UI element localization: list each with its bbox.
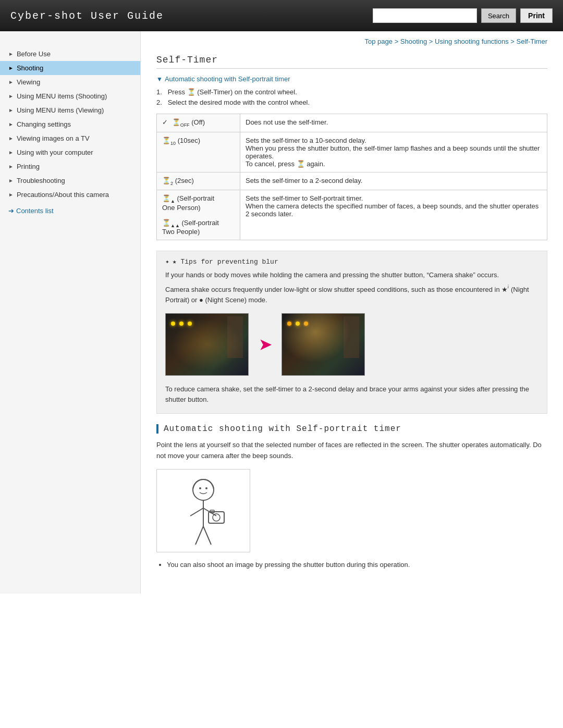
table-cell-desc: Sets the self-timer to a 10-second delay…	[240, 132, 547, 172]
table-cell-desc: Sets the self-timer to a 2-second delay.	[240, 172, 547, 190]
sidebar-label: Troubleshooting	[17, 177, 65, 184]
sidebar-label: Using MENU items (Viewing)	[17, 106, 104, 114]
light-dot	[171, 322, 175, 326]
timer2-icon: ⏳2 (2sec)	[162, 177, 194, 184]
step-2: 2. Select the desired mode with the cont…	[156, 98, 547, 106]
header: Cyber-shot User Guide Search Print	[0, 0, 563, 31]
sidebar-item-menu-viewing[interactable]: ► Using MENU items (Viewing)	[0, 103, 140, 117]
sharp-photo	[282, 313, 365, 376]
table-cell-icon: ⏳10 (10sec)	[157, 132, 240, 172]
sidebar-label: Using with your computer	[17, 149, 93, 156]
sidebar-item-shooting[interactable]: ► Shooting	[0, 61, 140, 75]
main-layout: ► Before Use ► Shooting ► Viewing ► Usin…	[0, 31, 563, 594]
tips-text3: To reduce camera shake, set the self-tim…	[165, 384, 538, 404]
arrow-icon: ►	[8, 178, 14, 183]
breadcrumb: Top page > Shooting > Using shooting fun…	[156, 31, 547, 50]
wall-shape	[344, 316, 359, 358]
svg-line-5	[203, 526, 211, 545]
table-cell-desc: Sets the self-timer to Self-portrait tim…	[240, 190, 547, 240]
breadcrumb-sep1: >	[395, 38, 400, 45]
light-dot	[188, 322, 192, 326]
arrow-icon: ►	[8, 79, 14, 85]
sidebar: ► Before Use ► Shooting ► Viewing ► Usin…	[0, 31, 141, 594]
breadcrumb-using-shooting[interactable]: Using shooting functions	[435, 38, 509, 45]
arrow-icon: ►	[8, 121, 14, 127]
sidebar-label: Using MENU items (Shooting)	[17, 92, 107, 100]
steps: 1. Press ⏳ (Self-Timer) on the control w…	[156, 88, 547, 106]
auto-section-text: Point the lens at yourself so that the s…	[156, 440, 547, 462]
arrow-icon: ►	[8, 135, 14, 141]
selfportrait-desc: Sets the self-timer to Self-portrait tim…	[246, 194, 538, 218]
breadcrumb-sep2: >	[429, 38, 435, 45]
arrow-icon: ►	[8, 93, 14, 99]
off-description: Does not use the self-timer.	[246, 118, 328, 126]
checkmark-icon: ✓	[162, 118, 168, 126]
light-dot	[287, 322, 291, 326]
sidebar-item-changing-settings[interactable]: ► Changing settings	[0, 117, 140, 131]
sidebar-item-viewing[interactable]: ► Viewing	[0, 75, 140, 89]
lights-decoration	[287, 322, 308, 326]
arrow-pink-icon: ➤	[259, 336, 271, 353]
light-dot	[296, 322, 300, 326]
breadcrumb-top[interactable]: Top page	[365, 38, 393, 45]
step2-text: 2. Select the desired mode with the cont…	[156, 98, 310, 106]
tips-title: ✦ ★ Tips for preventing blur	[165, 257, 538, 266]
svg-point-10	[205, 487, 207, 489]
lights-decoration	[171, 322, 192, 326]
bullet-list: You can also shoot an image by pressing …	[167, 560, 547, 570]
table-cell-desc: Does not use the self-timer.	[240, 114, 547, 132]
tips-icon: ✦	[165, 257, 169, 266]
contents-list-label: Contents list	[16, 207, 54, 215]
light-dot	[179, 322, 183, 326]
sidebar-item-viewing-tv[interactable]: ► Viewing images on a TV	[0, 131, 140, 145]
sidebar-label: Viewing images on a TV	[17, 134, 90, 142]
blurry-photo	[165, 313, 249, 376]
sidebar-item-menu-shooting[interactable]: ► Using MENU items (Shooting)	[0, 89, 140, 103]
sidebar-item-troubleshooting[interactable]: ► Troubleshooting	[0, 174, 140, 188]
tips-text1: If your hands or body moves while holdin…	[165, 270, 538, 280]
page-title: Self-Timer	[156, 55, 547, 69]
example-images: ➤	[165, 313, 538, 376]
sidebar-item-computer[interactable]: ► Using with your computer	[0, 145, 140, 159]
table-row: ⏳2 (2sec) Sets the self-timer to a 2-sec…	[157, 172, 547, 190]
step1-text: 1. Press ⏳ (Self-Timer) on the control w…	[156, 88, 297, 96]
print-button[interactable]: Print	[520, 8, 553, 23]
svg-line-4	[195, 526, 203, 545]
breadcrumb-sep3: >	[510, 38, 516, 45]
arrow-icon: ►	[8, 107, 14, 113]
table-cell-icon: ⏳2 (2sec)	[157, 172, 240, 190]
table-row: ⏳10 (10sec) Sets the self-timer to a 10-…	[157, 132, 547, 172]
sidebar-label: Shooting	[17, 64, 43, 72]
search-input[interactable]	[373, 8, 477, 23]
auto-section-heading: Automatic shooting with Self-portrait ti…	[156, 424, 547, 434]
timer2-desc: Sets the self-timer to a 2-second delay.	[246, 177, 362, 184]
breadcrumb-current: Self-Timer	[517, 38, 547, 45]
selfportrait1-label: ⏳▲ (Self-portraitOne Person)	[162, 194, 235, 212]
site-title: Cyber-shot User Guide	[10, 10, 164, 22]
bullet-item: You can also shoot an image by pressing …	[167, 560, 547, 570]
sidebar-label: Changing settings	[17, 120, 71, 128]
arrow-icon: ►	[8, 150, 14, 155]
sidebar-label: Precautions/About this camera	[17, 191, 109, 199]
search-button[interactable]: Search	[481, 8, 516, 23]
breadcrumb-shooting[interactable]: Shooting	[400, 38, 427, 45]
table-cell-icon: ✓ ⏳OFF (Off)	[157, 114, 240, 132]
sidebar-label: Viewing	[17, 78, 40, 86]
sidebar-item-before-use[interactable]: ► Before Use	[0, 47, 140, 61]
step-1: 1. Press ⏳ (Self-Timer) on the control w…	[156, 88, 547, 96]
table-row: ✓ ⏳OFF (Off) Does not use the self-timer…	[157, 114, 547, 132]
tips-box: ✦ ★ Tips for preventing blur If your han…	[156, 251, 547, 414]
table-row: ⏳▲ (Self-portraitOne Person) ⏳▲▲ (Self-p…	[157, 190, 547, 240]
section-link-portrait[interactable]: ▼ Automatic shooting with Self-portrait …	[156, 75, 547, 83]
sidebar-label: Printing	[17, 163, 40, 170]
table-cell-icon: ⏳▲ (Self-portraitOne Person) ⏳▲▲ (Self-p…	[157, 190, 240, 240]
contents-list-link[interactable]: ➔ Contents list	[0, 202, 140, 220]
sidebar-item-precautions[interactable]: ► Precautions/About this camera	[0, 188, 140, 202]
light-dot	[304, 322, 308, 326]
content-area: Top page > Shooting > Using shooting fun…	[141, 31, 563, 594]
sidebar-label: Before Use	[17, 50, 51, 58]
triangle-down-icon: ▼	[156, 76, 163, 83]
tips-text2: Camera shake occurs frequently under low…	[165, 283, 538, 305]
sidebar-item-printing[interactable]: ► Printing	[0, 159, 140, 174]
svg-point-9	[199, 487, 201, 489]
